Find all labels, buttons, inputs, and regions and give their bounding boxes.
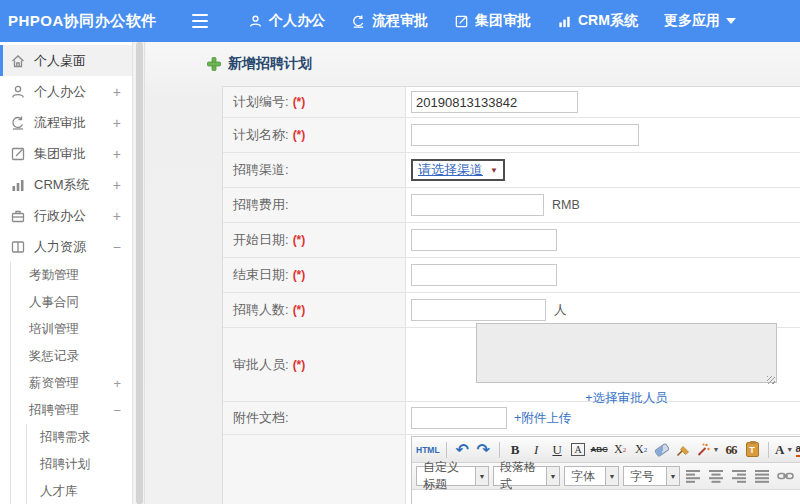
nav-workflow-approval[interactable]: 流程审批	[351, 12, 428, 30]
font-color-button[interactable]: A▼	[775, 440, 794, 460]
blockquote-button[interactable]: 66	[722, 440, 741, 460]
subscript-button[interactable]: X2	[632, 440, 651, 460]
editor-content-area[interactable]	[412, 490, 800, 504]
expand-toggle[interactable]: +	[113, 178, 121, 192]
sidebar-item-training[interactable]: 培训管理	[11, 316, 132, 343]
align-justify-button[interactable]	[753, 466, 772, 486]
auto-format-button[interactable]: ▼	[695, 440, 720, 460]
process-icon	[10, 115, 26, 131]
caret-down-icon	[726, 18, 736, 24]
nav-group-approval[interactable]: 集团审批	[454, 12, 531, 30]
paragraph-format-select[interactable]: 段落格式 ▼	[493, 466, 560, 486]
nav-crm-system[interactable]: CRM系统	[557, 12, 638, 30]
expand-toggle[interactable]: +	[113, 147, 121, 161]
bordered-text-button[interactable]: A	[571, 443, 584, 456]
sidebar-item-label: 人事合同	[29, 294, 79, 311]
sidebar-item-personal-desktop[interactable]: 个人桌面	[0, 45, 132, 76]
resize-grip-icon[interactable]	[767, 376, 775, 384]
sidebar-item-label: 招聘管理	[29, 402, 79, 419]
align-left-button[interactable]	[684, 466, 703, 486]
required-marker: (*)	[293, 303, 306, 317]
sidebar-item-crm-system[interactable]: CRM系统 +	[0, 169, 132, 200]
highlight-color-button[interactable]: ab▼	[796, 440, 800, 460]
nav-personal-office[interactable]: 个人办公	[248, 12, 325, 30]
approvers-textarea[interactable]	[476, 323, 777, 383]
undo-icon[interactable]: ↶	[453, 440, 472, 460]
bar-chart-icon	[557, 14, 572, 29]
sidebar-item-recruit-mgmt[interactable]: 招聘管理 −	[11, 397, 132, 424]
sidebar-item-rewards[interactable]: 奖惩记录	[11, 343, 132, 370]
paste-text-button[interactable]: T	[743, 440, 762, 460]
remove-format-button[interactable]	[653, 440, 672, 460]
sidebar-item-talent-pool[interactable]: 人才库	[27, 478, 132, 504]
headcount-input[interactable]	[411, 299, 546, 321]
scrollbar-thumb[interactable]	[136, 42, 143, 504]
process-icon	[351, 14, 366, 29]
format-brush-button[interactable]	[674, 440, 693, 460]
font-size-select[interactable]: 字号 ▼	[623, 466, 680, 486]
align-center-button[interactable]	[707, 466, 726, 486]
custom-title-select[interactable]: 自定义标题 ▼	[416, 466, 489, 486]
field-label: 招聘费用:	[233, 196, 289, 214]
nav-label: CRM系统	[578, 12, 638, 30]
collapse-toggle[interactable]: −	[113, 403, 121, 418]
upload-attachment-link[interactable]: +附件上传	[514, 410, 571, 427]
sidebar-item-group-approval[interactable]: 集团审批 +	[0, 138, 132, 169]
cost-input[interactable]	[411, 194, 544, 216]
recruit-plan-form: 计划编号: (*) 计划名称: (*) 招聘渠道: 请选择渠道	[222, 86, 800, 504]
hr-submenu: 考勤管理 人事合同 培训管理 奖惩记录 薪资管理 + 招聘管理 − 招聘需求 招…	[10, 262, 132, 504]
toolbar-separator	[499, 442, 500, 458]
sidebar-item-label: 招聘计划	[40, 456, 90, 473]
sidebar-item-admin-office[interactable]: 行政办公 +	[0, 200, 132, 231]
superscript-button[interactable]: X2	[611, 440, 630, 460]
strikethrough-button[interactable]: ABC	[590, 440, 609, 460]
channel-select[interactable]: 请选择渠道 ▼	[411, 159, 505, 181]
field-label: 计划编号:	[233, 93, 289, 111]
html-source-button[interactable]: HTML	[416, 440, 440, 460]
sidebar-item-attendance[interactable]: 考勤管理	[11, 262, 132, 289]
bold-button[interactable]: B	[506, 440, 525, 460]
hamburger-menu-icon[interactable]	[192, 14, 210, 28]
expand-toggle[interactable]: +	[113, 116, 121, 130]
caret-down-icon: ▼	[713, 446, 720, 453]
sidebar-item-recruit-demand[interactable]: 招聘需求	[27, 424, 132, 451]
required-marker: (*)	[293, 358, 306, 372]
insert-link-button[interactable]	[776, 466, 795, 486]
start-date-input[interactable]	[411, 229, 557, 251]
plan-number-input[interactable]	[411, 91, 578, 113]
sidebar-scrollbar[interactable]	[134, 42, 145, 504]
attachment-input[interactable]	[411, 407, 507, 429]
expand-toggle[interactable]: +	[113, 85, 121, 99]
channel-select-value: 请选择渠道	[418, 161, 483, 179]
sidebar-item-workflow-approval[interactable]: 流程审批 +	[0, 107, 132, 138]
italic-button[interactable]: I	[527, 440, 546, 460]
field-label: 计划名称:	[233, 126, 289, 144]
sidebar-item-hr-contract[interactable]: 人事合同	[11, 289, 132, 316]
underline-button[interactable]: U	[548, 440, 567, 460]
required-marker: (*)	[293, 233, 306, 247]
plan-name-input[interactable]	[411, 124, 639, 146]
expand-toggle[interactable]: +	[113, 209, 121, 223]
field-label: 审批人员:	[233, 356, 289, 374]
field-label: 招聘渠道:	[233, 161, 289, 179]
align-left-icon	[686, 470, 702, 483]
sidebar-item-human-resources[interactable]: 人力资源 −	[0, 231, 132, 262]
sidebar-item-personal-office[interactable]: 个人办公 +	[0, 76, 132, 107]
sidebar-item-label: 个人桌面	[34, 52, 86, 70]
nav-more-apps[interactable]: 更多应用	[664, 12, 736, 30]
end-date-input[interactable]	[411, 264, 557, 286]
sidebar-item-recruit-plan[interactable]: 招聘计划	[27, 451, 132, 478]
edit-square-icon	[10, 146, 26, 162]
sidebar-item-salary[interactable]: 薪资管理 +	[11, 370, 132, 397]
redo-icon[interactable]: ↷	[474, 440, 493, 460]
field-label: 开始日期:	[233, 231, 289, 249]
sidebar-item-label: 行政办公	[34, 207, 86, 225]
align-right-button[interactable]	[730, 466, 749, 486]
app-title: PHPOA协同办公软件	[8, 12, 178, 31]
home-icon	[10, 53, 26, 69]
form-row-channel: 招聘渠道: 请选择渠道 ▼	[223, 153, 800, 188]
font-family-select[interactable]: 字体 ▼	[564, 466, 619, 486]
editor-toolbar-row2: 自定义标题 ▼ 段落格式 ▼ 字体 ▼ 字号 ▼	[412, 463, 800, 490]
expand-toggle[interactable]: +	[113, 376, 121, 391]
collapse-toggle[interactable]: −	[113, 240, 121, 254]
